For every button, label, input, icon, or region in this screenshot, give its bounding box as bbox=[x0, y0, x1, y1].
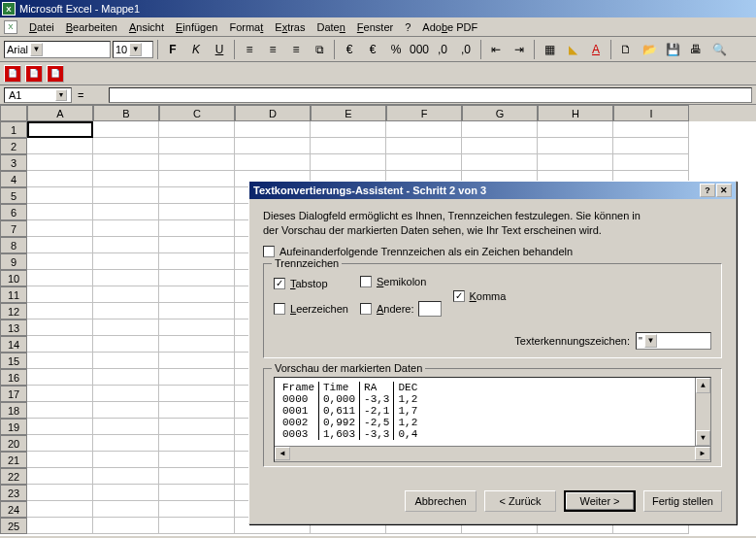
row-header[interactable]: 25 bbox=[0, 518, 27, 534]
cell[interactable] bbox=[93, 518, 159, 534]
preview-horizontal-scrollbar[interactable]: ◀ ▶ bbox=[275, 446, 710, 461]
percent-button[interactable]: % bbox=[385, 39, 407, 60]
cell[interactable] bbox=[27, 171, 93, 187]
cell[interactable] bbox=[462, 154, 538, 171]
menu-extras[interactable]: Extras bbox=[269, 19, 311, 35]
dropdown-arrow-icon[interactable]: ▼ bbox=[129, 43, 142, 56]
cell[interactable] bbox=[159, 220, 235, 237]
row-header[interactable]: 8 bbox=[0, 237, 27, 253]
cell[interactable] bbox=[613, 138, 689, 154]
cell[interactable] bbox=[462, 121, 538, 138]
cell[interactable] bbox=[235, 138, 311, 154]
cell[interactable] bbox=[159, 336, 235, 353]
cell[interactable] bbox=[93, 369, 159, 386]
scroll-up-icon[interactable]: ▲ bbox=[696, 378, 710, 393]
row-header[interactable]: 22 bbox=[0, 468, 27, 485]
cell[interactable] bbox=[159, 253, 235, 270]
name-box[interactable]: A1 ▼ bbox=[4, 87, 72, 103]
cell[interactable] bbox=[93, 220, 159, 237]
cell[interactable] bbox=[93, 319, 159, 336]
col-header[interactable]: A bbox=[27, 105, 93, 121]
cell[interactable] bbox=[27, 187, 93, 204]
merge-center-button[interactable]: ⧉ bbox=[309, 39, 330, 60]
cell[interactable] bbox=[93, 402, 159, 419]
cell[interactable] bbox=[27, 468, 93, 485]
col-header[interactable]: F bbox=[386, 105, 462, 121]
cell[interactable] bbox=[159, 452, 235, 468]
col-header[interactable]: D bbox=[235, 105, 311, 121]
cell[interactable] bbox=[462, 138, 538, 154]
font-name-combo[interactable]: Arial ▼ bbox=[4, 41, 111, 58]
row-header[interactable]: 6 bbox=[0, 204, 27, 220]
cell[interactable] bbox=[93, 435, 159, 452]
cell[interactable] bbox=[93, 171, 159, 187]
cell[interactable] bbox=[93, 138, 159, 154]
menu-einfuegen[interactable]: Einfügen bbox=[170, 19, 223, 35]
cell[interactable] bbox=[27, 237, 93, 253]
increase-indent-button[interactable]: ⇥ bbox=[509, 39, 530, 60]
cell[interactable] bbox=[93, 419, 159, 435]
text-qualifier-combo[interactable]: " ▼ bbox=[636, 332, 711, 350]
row-header[interactable]: 10 bbox=[0, 270, 27, 286]
cell[interactable] bbox=[93, 121, 159, 138]
cell[interactable] bbox=[93, 286, 159, 303]
menu-format[interactable]: Format bbox=[223, 19, 269, 35]
cell[interactable] bbox=[93, 452, 159, 468]
cell[interactable] bbox=[159, 138, 235, 154]
menu-ansicht[interactable]: Ansicht bbox=[123, 19, 170, 35]
font-size-combo[interactable]: 10 ▼ bbox=[113, 41, 153, 58]
row-header[interactable]: 9 bbox=[0, 253, 27, 270]
cell[interactable] bbox=[27, 402, 93, 419]
cell[interactable] bbox=[27, 138, 93, 154]
dialog-titlebar[interactable]: Textkonvertierungs-Assistent - Schritt 2… bbox=[249, 182, 736, 199]
cell[interactable] bbox=[27, 452, 93, 468]
cell[interactable] bbox=[159, 270, 235, 286]
dropdown-arrow-icon[interactable]: ▼ bbox=[30, 43, 43, 56]
cell[interactable] bbox=[159, 353, 235, 369]
cell[interactable] bbox=[93, 485, 159, 501]
cell[interactable] bbox=[386, 121, 462, 138]
cell[interactable] bbox=[538, 121, 613, 138]
row-header[interactable]: 23 bbox=[0, 485, 27, 501]
back-button[interactable]: < Zurück bbox=[484, 490, 556, 512]
cell[interactable] bbox=[159, 121, 235, 138]
cell[interactable] bbox=[159, 154, 235, 171]
cell[interactable] bbox=[27, 501, 93, 518]
cell[interactable] bbox=[27, 353, 93, 369]
cell[interactable] bbox=[159, 419, 235, 435]
col-header[interactable]: B bbox=[93, 105, 159, 121]
print-button[interactable]: 🖶 bbox=[685, 39, 707, 60]
cell[interactable] bbox=[93, 336, 159, 353]
cell[interactable] bbox=[159, 303, 235, 319]
next-button[interactable]: Weiter > bbox=[564, 490, 636, 512]
preview-vertical-scrollbar[interactable]: ▲ ▼ bbox=[695, 378, 710, 446]
cell[interactable] bbox=[159, 286, 235, 303]
cell[interactable] bbox=[93, 154, 159, 171]
align-left-button[interactable]: ≡ bbox=[239, 39, 260, 60]
row-header[interactable]: 20 bbox=[0, 435, 27, 452]
thousands-button[interactable]: 000 bbox=[409, 39, 430, 60]
align-right-button[interactable]: ≡ bbox=[285, 39, 307, 60]
cell[interactable] bbox=[159, 386, 235, 402]
cell[interactable] bbox=[159, 485, 235, 501]
cell[interactable] bbox=[159, 468, 235, 485]
cell[interactable] bbox=[538, 138, 613, 154]
bold-button[interactable]: F bbox=[162, 39, 183, 60]
select-all-corner[interactable] bbox=[0, 105, 27, 121]
cell[interactable] bbox=[159, 402, 235, 419]
other-delimiter-input[interactable] bbox=[418, 301, 442, 317]
tab-checkbox[interactable]: ✓ bbox=[274, 278, 285, 289]
cell[interactable] bbox=[386, 138, 462, 154]
col-header[interactable]: I bbox=[613, 105, 689, 121]
row-header[interactable]: 13 bbox=[0, 319, 27, 336]
row-header[interactable]: 3 bbox=[0, 154, 27, 171]
row-header[interactable]: 5 bbox=[0, 187, 27, 204]
cell[interactable] bbox=[27, 154, 93, 171]
scroll-left-icon[interactable]: ◀ bbox=[275, 447, 290, 460]
fill-color-button[interactable]: ◣ bbox=[562, 39, 583, 60]
pdf-convert-icon[interactable]: 📄 bbox=[4, 65, 21, 83]
cell[interactable] bbox=[27, 518, 93, 534]
cell[interactable] bbox=[159, 518, 235, 534]
menu-hilfe[interactable]: ? bbox=[399, 19, 416, 35]
col-header[interactable]: C bbox=[159, 105, 235, 121]
